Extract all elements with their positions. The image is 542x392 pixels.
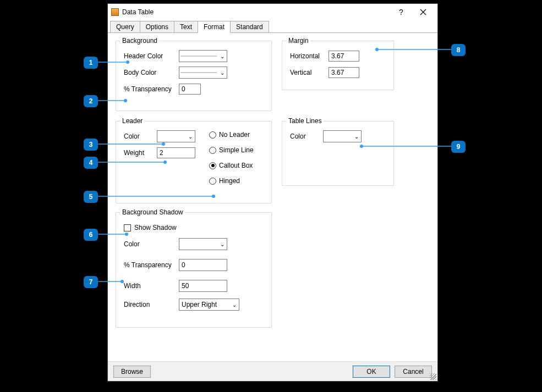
annotation-badge-1: 1 [84,57,98,69]
group-leader: Leader Color ⌄ Weight No Leader Simple L… [116,121,272,203]
chevron-down-icon: ⌄ [218,53,227,59]
group-shadow: Background Shadow Show Shadow Color ⌄ % … [116,212,272,328]
margin-vertical-input[interactable] [329,67,359,78]
radio-label: Simple Line [219,146,254,154]
annotation-badge-3: 3 [84,139,98,151]
show-shadow-label: Show Shadow [134,224,177,231]
shadow-width-label: Width [124,282,179,290]
group-leader-label: Leader [121,117,144,125]
leader-radio-hinged[interactable]: Hinged [209,173,254,189]
bg-transparency-input[interactable] [179,84,201,95]
leader-color-label: Color [124,132,157,140]
annotation-badge-6: 6 [84,229,98,241]
leader-weight-label: Weight [124,149,157,157]
annotation-badge-7: 7 [84,276,98,288]
group-shadow-label: Background Shadow [121,208,185,216]
radio-label: Hinged [219,177,240,185]
dialog-footer: Browse OK Cancel [108,361,437,381]
group-background: Background Header Color ⌄ Body Color ⌄ %… [116,41,272,111]
tab-options[interactable]: Options [140,21,174,33]
annotation-badge-2: 2 [84,95,98,107]
shadow-direction-label: Direction [124,301,179,308]
chevron-down-icon: ⌄ [352,134,361,140]
tablelines-color-label: Color [290,132,323,140]
browse-button[interactable]: Browse [113,366,151,378]
ok-button[interactable]: OK [353,366,390,378]
window-title: Data Table [122,8,154,16]
header-color-label: Header Color [124,52,179,60]
annotation-badge-9: 9 [451,141,466,153]
tab-text[interactable]: Text [174,21,198,33]
body-color-label: Body Color [124,69,179,76]
shadow-direction-value: Upper Right [179,301,230,308]
bg-transparency-label: % Transparency [124,85,179,93]
leader-weight-input[interactable] [157,147,195,158]
margin-horizontal-label: Horizontal [290,52,329,60]
shadow-color-label: Color [124,240,179,248]
group-tablelines: Table Lines Color ⌄ [282,121,394,186]
tab-body: Background Header Color ⌄ Body Color ⌄ %… [108,32,437,362]
chevron-down-icon: ⌄ [218,241,227,247]
tab-standard[interactable]: Standard [230,21,269,33]
annotation-badge-8: 8 [451,44,466,56]
group-tablelines-label: Table Lines [287,117,324,125]
leader-radio-noleader[interactable]: No Leader [209,127,254,142]
radio-label: Callout Box [219,162,253,169]
shadow-width-input[interactable] [179,280,227,292]
annotation-badge-5: 5 [84,191,98,203]
shadow-color-combo[interactable]: ⌄ [179,238,227,250]
chevron-down-icon: ⌄ [230,302,239,308]
show-shadow-checkbox[interactable] [124,224,131,231]
radio-label: No Leader [219,131,250,139]
chevron-down-icon: ⌄ [186,134,195,140]
tabs: Query Options Text Format Standard [108,20,437,32]
leader-color-combo[interactable]: ⌄ [157,130,195,142]
tablelines-color-combo[interactable]: ⌄ [323,130,362,142]
leader-radio-simpleline[interactable]: Simple Line [209,142,254,158]
leader-radio-calloutbox[interactable]: Callout Box [209,158,254,173]
header-color-combo[interactable]: ⌄ [179,50,227,62]
group-margin-label: Margin [287,37,310,45]
resize-grip-icon[interactable] [430,373,436,380]
tab-query[interactable]: Query [110,21,140,33]
shadow-transparency-input[interactable] [179,259,227,271]
shadow-transparency-label: % Transparency [124,261,179,269]
annotation-badge-4: 4 [84,157,98,169]
tab-format[interactable]: Format [198,21,231,33]
help-button[interactable]: ? [390,4,412,20]
titlebar: Data Table ? [108,4,437,20]
cancel-button[interactable]: Cancel [395,366,432,378]
group-margin: Margin Horizontal Vertical [282,41,394,90]
close-button[interactable] [412,4,434,20]
margin-vertical-label: Vertical [290,69,329,76]
chevron-down-icon: ⌄ [218,70,227,76]
dialog-window: Data Table ? Query Options Text Format S… [107,3,438,382]
shadow-direction-combo[interactable]: Upper Right ⌄ [179,299,239,311]
app-icon [111,8,119,16]
margin-horizontal-input[interactable] [329,51,359,62]
group-background-label: Background [121,37,159,45]
body-color-combo[interactable]: ⌄ [179,67,227,79]
